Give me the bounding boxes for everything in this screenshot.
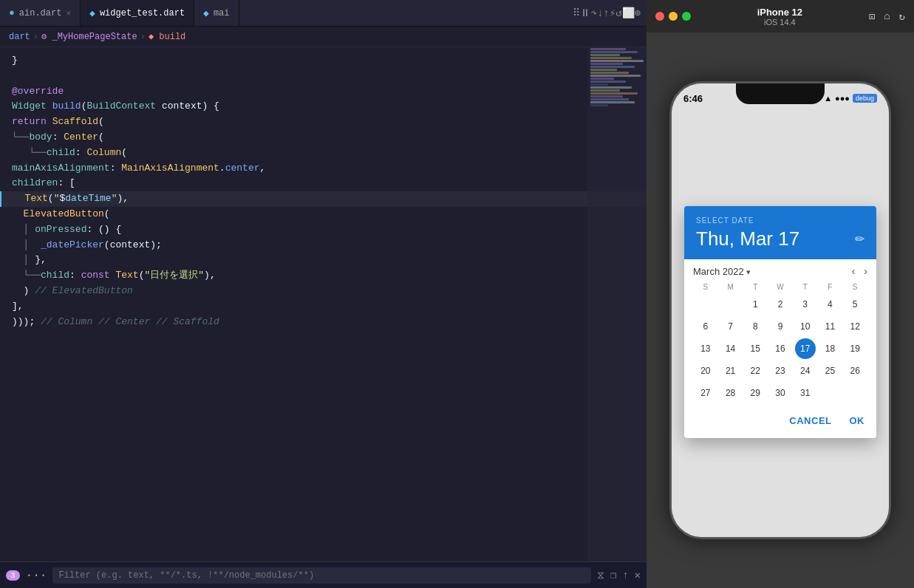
filter-icon[interactable]: ⧖ — [597, 570, 604, 581]
step-over-icon[interactable]: ↓ — [597, 7, 603, 19]
tab-main2[interactable]: ◆ mai — [194, 0, 239, 26]
day-cell-20[interactable]: 20 — [695, 360, 716, 381]
date-picker-dialog: SELECT DATE Thu, Mar 17 ✏ March 2022 — [684, 206, 876, 438]
code-line: ))); // Column // Center // Scaffold — [0, 315, 647, 330]
columns-icon[interactable]: ⠿ — [573, 7, 580, 19]
day-cell-14[interactable]: 14 — [720, 338, 741, 359]
ok-button[interactable]: OK — [847, 412, 868, 429]
day-cell-empty — [695, 294, 716, 315]
day-cell-15[interactable]: 15 — [745, 338, 765, 359]
next-month-button[interactable]: › — [864, 265, 867, 277]
rotate-icon[interactable]: ↻ — [899, 10, 905, 23]
device-ios-version: iOS 14.4 — [757, 18, 802, 27]
day-cell-19[interactable]: 19 — [845, 338, 865, 359]
code-line-highlighted: Text ( " $ dateTime " ), — [0, 191, 647, 207]
breadcrumb: dart › ⚙ _MyHomePageState › ◆ build — [0, 27, 647, 47]
simulator-panel: iPhone 12 iOS 14.4 ⊡ ⌂ ↻ 6:46 ▲ ●●● debu… — [647, 0, 914, 588]
screenshot-icon[interactable]: ⊡ — [869, 10, 875, 23]
phone-frame: 6:46 ▲ ●●● debug SELECT DATE — [647, 33, 914, 588]
code-line: │ }, — [0, 253, 647, 268]
reload-icon[interactable]: ↺ — [615, 7, 621, 19]
minimize-window-button[interactable] — [669, 12, 678, 21]
day-cell-26[interactable]: 26 — [845, 360, 865, 381]
rect-icon[interactable]: ⬜ — [622, 7, 635, 19]
code-line: └── child : Column ( — [0, 146, 647, 161]
filter-badge: 3 — [6, 570, 20, 581]
day-cell-18[interactable]: 18 — [819, 338, 840, 359]
home-icon[interactable]: ⌂ — [884, 10, 890, 23]
day-cell-27[interactable]: 27 — [695, 383, 716, 403]
day-cell-9[interactable]: 9 — [770, 316, 791, 337]
code-line: └── child : const Text ( "日付を選択" ), — [0, 268, 647, 284]
simulator-toolbar: ⊡ ⌂ ↻ — [869, 10, 905, 23]
pause-icon[interactable]: ⏸ — [580, 7, 590, 19]
day-cell-1[interactable]: 1 — [745, 294, 765, 315]
breadcrumb-class: ⚙ _MyHomePageState — [41, 31, 137, 42]
day-cell-16[interactable]: 16 — [770, 338, 791, 359]
more-options-icon[interactable]: ··· — [26, 569, 47, 582]
day-cell-17[interactable]: 17 — [795, 338, 816, 359]
code-line: ElevatedButton ( — [0, 207, 647, 222]
date-picker-header: SELECT DATE Thu, Mar 17 ✏ — [684, 206, 876, 259]
minimap — [587, 47, 647, 561]
day-cell-25[interactable]: 25 — [819, 360, 840, 381]
code-line: ) // ElevatedButton — [0, 284, 647, 299]
redo-icon[interactable]: ↷ — [590, 7, 596, 19]
day-cell-21[interactable]: 21 — [720, 360, 741, 381]
tab-main-dart[interactable]: ● ain.dart ✕ — [0, 0, 81, 26]
breadcrumb-file: dart — [9, 32, 30, 42]
day-cell-7[interactable]: 7 — [720, 316, 741, 337]
day-cell-11[interactable]: 11 — [819, 316, 840, 337]
prev-month-button[interactable]: ‹ — [852, 265, 856, 277]
flutter-icon: ◆ — [89, 7, 95, 19]
maximize-window-button[interactable] — [682, 12, 691, 21]
calendar-nav: ‹ › — [852, 265, 867, 277]
code-editor: ● ain.dart ✕ ◆ widget_test.dart ◆ mai ⠿ … — [0, 0, 647, 588]
day-cell-23[interactable]: 23 — [770, 360, 791, 381]
search-icon[interactable]: ⊕ — [635, 7, 641, 19]
code-line: } — [0, 53, 647, 69]
day-cell-22[interactable]: 22 — [745, 360, 765, 381]
close-filter-icon[interactable]: ✕ — [635, 569, 641, 581]
filter-input[interactable] — [52, 567, 590, 584]
close-tab-icon[interactable]: ✕ — [66, 8, 71, 18]
day-cell-31[interactable]: 31 — [795, 383, 816, 403]
tab-bar: ● ain.dart ✕ ◆ widget_test.dart ◆ mai ⠿ … — [0, 0, 647, 27]
day-cell-29[interactable]: 29 — [745, 383, 765, 403]
day-cell-6[interactable]: 6 — [695, 316, 716, 337]
cancel-button[interactable]: CANCEL — [786, 412, 834, 429]
close-window-button[interactable] — [655, 12, 664, 21]
day-cell-3[interactable]: 3 — [795, 294, 816, 315]
calendar-days: 1 2 3 4 5 6 7 8 9 10 11 — [693, 294, 867, 403]
code-line: │ onPressed : () { — [0, 222, 647, 238]
status-icons: ▲ ●●● debug — [824, 94, 877, 103]
step-up-icon[interactable]: ↑ — [603, 7, 609, 19]
code-area: } @override Widget build( BuildContext c… — [0, 47, 647, 561]
code-line: mainAxisAlignment : MainAxisAlignment . … — [0, 161, 647, 177]
day-cell-4[interactable]: 4 — [819, 294, 840, 315]
day-cell-2[interactable]: 2 — [770, 294, 791, 315]
day-cell-10[interactable]: 10 — [795, 316, 816, 337]
phone-screen: 6:46 ▲ ●●● debug SELECT DATE — [672, 83, 889, 537]
copy-icon[interactable]: ❐ — [610, 569, 616, 581]
day-cell-13[interactable]: 13 — [695, 338, 716, 359]
day-cell-5[interactable]: 5 — [845, 294, 865, 315]
select-date-label: SELECT DATE — [696, 216, 864, 225]
debug-badge: debug — [853, 94, 877, 103]
day-cell-8[interactable]: 8 — [745, 316, 765, 337]
week-header: S M T W T F S — [693, 281, 867, 293]
day-cell-28[interactable]: 28 — [720, 383, 741, 403]
day-cell-12[interactable]: 12 — [845, 316, 865, 337]
arrow-up-icon[interactable]: ↑ — [622, 570, 628, 581]
month-year-label[interactable]: March 2022 ▾ — [693, 266, 751, 277]
lightning-icon[interactable]: ⚡ — [610, 7, 615, 19]
tab-widget-test[interactable]: ◆ widget_test.dart — [81, 0, 194, 26]
dart-icon: ● — [9, 7, 15, 18]
day-cell-30[interactable]: 30 — [770, 383, 791, 403]
app-content: SELECT DATE Thu, Mar 17 ✏ March 2022 — [672, 107, 889, 537]
signal-icon: ●●● — [835, 94, 850, 103]
date-picker-calendar: March 2022 ▾ ‹ › S M — [684, 259, 876, 409]
phone-device: 6:46 ▲ ●●● debug SELECT DATE — [669, 81, 891, 539]
day-cell-24[interactable]: 24 — [795, 360, 816, 381]
edit-date-icon[interactable]: ✏ — [855, 232, 864, 246]
